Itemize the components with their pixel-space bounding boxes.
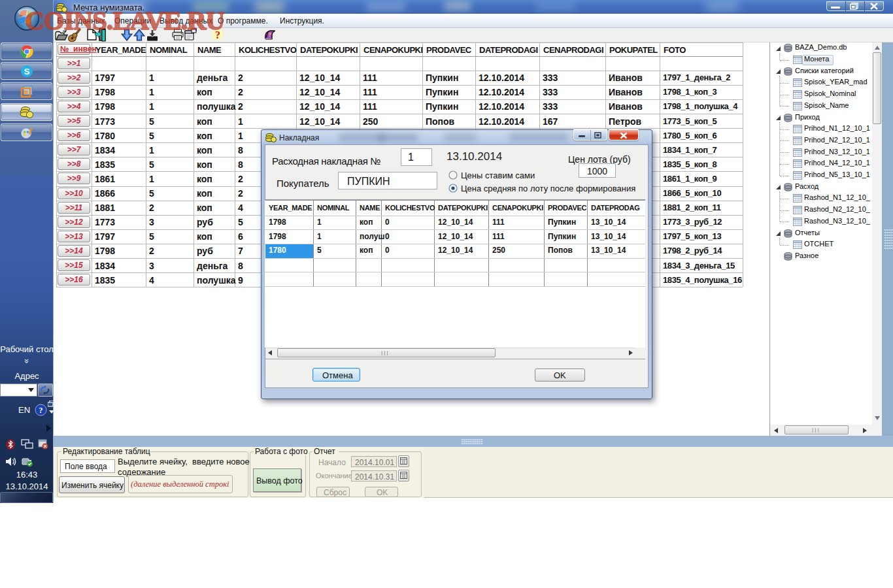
svg-text:S: S: [24, 67, 30, 76]
svg-text:?: ?: [269, 32, 271, 38]
svg-text:?: ?: [39, 406, 43, 415]
